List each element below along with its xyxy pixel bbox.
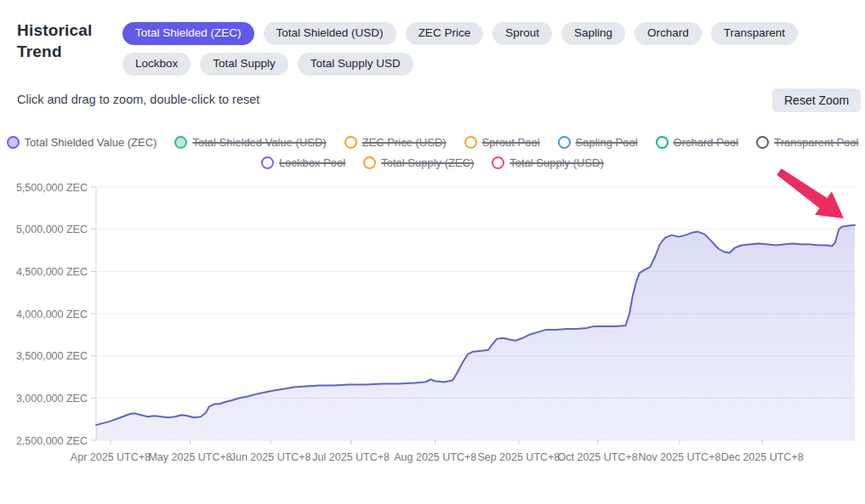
historical-trend-panel: Historical Trend Total Shielded (ZEC)Tot… (0, 0, 865, 504)
svg-text:May 2025 UTC+8: May 2025 UTC+8 (148, 451, 231, 463)
svg-text:4,000,000 ZEC: 4,000,000 ZEC (16, 309, 88, 320)
svg-text:Jul 2025 UTC+8: Jul 2025 UTC+8 (312, 451, 390, 463)
svg-text:5,500,000 ZEC: 5,500,000 ZEC (16, 182, 88, 194)
svg-text:Nov 2025 UTC+8: Nov 2025 UTC+8 (638, 451, 720, 463)
svg-text:5,000,000 ZEC: 5,000,000 ZEC (16, 224, 88, 235)
annotation-arrow (777, 168, 844, 218)
x-axis-labels: Apr 2025 UTC+8May 2025 UTC+8Jun 2025 UTC… (71, 451, 804, 463)
svg-text:4,500,000 ZEC: 4,500,000 ZEC (16, 266, 88, 278)
svg-text:Apr 2025 UTC+8: Apr 2025 UTC+8 (71, 451, 151, 463)
series-area (96, 225, 855, 440)
svg-text:Dec 2025 UTC+8: Dec 2025 UTC+8 (721, 451, 804, 463)
svg-text:Jun 2025 UTC+8: Jun 2025 UTC+8 (230, 451, 311, 463)
svg-text:Oct 2025 UTC+8: Oct 2025 UTC+8 (558, 451, 638, 463)
trend-chart[interactable]: 2,500,000 ZEC3,000,000 ZEC3,500,000 ZEC4… (0, 0, 865, 504)
svg-text:Aug 2025 UTC+8: Aug 2025 UTC+8 (394, 451, 476, 463)
svg-text:3,500,000 ZEC: 3,500,000 ZEC (16, 350, 88, 362)
svg-text:2,500,000 ZEC: 2,500,000 ZEC (16, 435, 88, 447)
y-axis-labels: 2,500,000 ZEC3,000,000 ZEC3,500,000 ZEC4… (16, 182, 88, 447)
svg-text:Sep 2025 UTC+8: Sep 2025 UTC+8 (477, 451, 560, 463)
svg-text:3,000,000 ZEC: 3,000,000 ZEC (16, 393, 88, 405)
